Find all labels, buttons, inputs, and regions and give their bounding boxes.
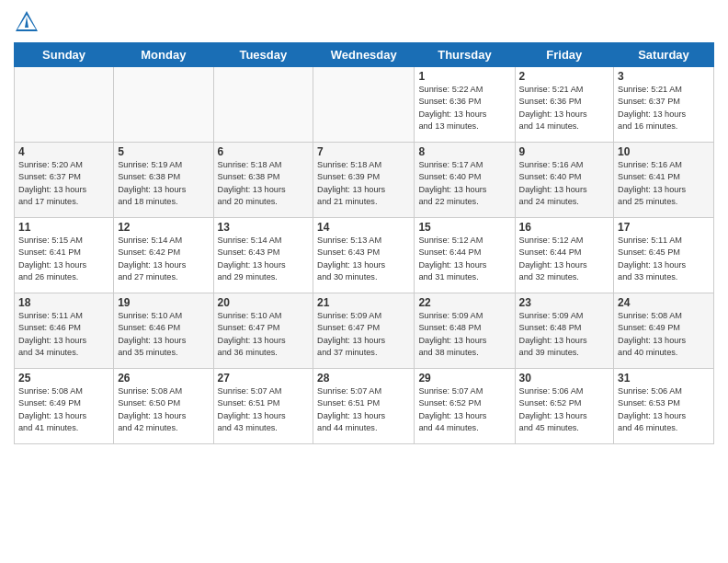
calendar-cell bbox=[114, 67, 213, 143]
day-number: 22 bbox=[418, 296, 510, 309]
day-header-saturday: Saturday bbox=[614, 43, 714, 67]
day-number: 21 bbox=[317, 296, 410, 309]
calendar-cell: 6Sunrise: 5:18 AM Sunset: 6:38 PM Daylig… bbox=[213, 143, 313, 218]
calendar-cell: 11Sunrise: 5:15 AM Sunset: 6:41 PM Dayli… bbox=[15, 218, 114, 293]
calendar-cell: 22Sunrise: 5:09 AM Sunset: 6:48 PM Dayli… bbox=[415, 293, 515, 369]
calendar-cell bbox=[213, 67, 313, 143]
calendar-cell: 12Sunrise: 5:14 AM Sunset: 6:42 PM Dayli… bbox=[114, 218, 213, 293]
day-header-wednesday: Wednesday bbox=[313, 43, 415, 67]
day-header-friday: Friday bbox=[515, 43, 614, 67]
calendar-cell: 26Sunrise: 5:08 AM Sunset: 6:50 PM Dayli… bbox=[114, 369, 213, 444]
calendar-cell: 27Sunrise: 5:07 AM Sunset: 6:51 PM Dayli… bbox=[213, 369, 313, 444]
day-number: 16 bbox=[519, 221, 610, 234]
calendar-cell: 2Sunrise: 5:21 AM Sunset: 6:36 PM Daylig… bbox=[515, 67, 614, 143]
day-number: 5 bbox=[118, 145, 209, 158]
calendar-cell: 24Sunrise: 5:08 AM Sunset: 6:49 PM Dayli… bbox=[614, 293, 714, 369]
calendar-cell: 3Sunrise: 5:21 AM Sunset: 6:37 PM Daylig… bbox=[614, 67, 714, 143]
calendar-cell: 29Sunrise: 5:07 AM Sunset: 6:52 PM Dayli… bbox=[415, 369, 515, 444]
day-number: 17 bbox=[618, 221, 710, 234]
day-number: 2 bbox=[519, 70, 610, 83]
calendar-week-row: 25Sunrise: 5:08 AM Sunset: 6:49 PM Dayli… bbox=[15, 369, 714, 444]
page-container: SundayMondayTuesdayWednesdayThursdayFrid… bbox=[0, 0, 728, 454]
day-info: Sunrise: 5:21 AM Sunset: 6:36 PM Dayligh… bbox=[519, 84, 610, 132]
day-info: Sunrise: 5:11 AM Sunset: 6:45 PM Dayligh… bbox=[618, 235, 710, 283]
calendar-cell: 14Sunrise: 5:13 AM Sunset: 6:43 PM Dayli… bbox=[313, 218, 415, 293]
calendar-cell: 7Sunrise: 5:18 AM Sunset: 6:39 PM Daylig… bbox=[313, 143, 415, 218]
day-number: 27 bbox=[218, 372, 310, 385]
calendar-week-row: 18Sunrise: 5:11 AM Sunset: 6:46 PM Dayli… bbox=[15, 293, 714, 369]
day-number: 29 bbox=[418, 372, 510, 385]
day-number: 8 bbox=[418, 145, 510, 158]
calendar-cell: 23Sunrise: 5:09 AM Sunset: 6:48 PM Dayli… bbox=[515, 293, 614, 369]
calendar-cell: 30Sunrise: 5:06 AM Sunset: 6:52 PM Dayli… bbox=[515, 369, 614, 444]
calendar-cell: 17Sunrise: 5:11 AM Sunset: 6:45 PM Dayli… bbox=[614, 218, 714, 293]
day-number: 13 bbox=[218, 221, 310, 234]
day-number: 10 bbox=[618, 145, 710, 158]
day-number: 18 bbox=[18, 296, 109, 309]
day-info: Sunrise: 5:22 AM Sunset: 6:36 PM Dayligh… bbox=[418, 84, 510, 132]
calendar-cell: 16Sunrise: 5:12 AM Sunset: 6:44 PM Dayli… bbox=[515, 218, 614, 293]
day-number: 6 bbox=[218, 145, 310, 158]
day-number: 25 bbox=[18, 372, 109, 385]
day-info: Sunrise: 5:21 AM Sunset: 6:37 PM Dayligh… bbox=[618, 84, 710, 132]
day-info: Sunrise: 5:06 AM Sunset: 6:52 PM Dayligh… bbox=[519, 385, 610, 434]
day-info: Sunrise: 5:07 AM Sunset: 6:51 PM Dayligh… bbox=[317, 385, 410, 434]
calendar-cell: 4Sunrise: 5:20 AM Sunset: 6:37 PM Daylig… bbox=[15, 143, 114, 218]
calendar-header-row: SundayMondayTuesdayWednesdayThursdayFrid… bbox=[15, 43, 714, 67]
day-info: Sunrise: 5:16 AM Sunset: 6:41 PM Dayligh… bbox=[618, 159, 710, 208]
day-info: Sunrise: 5:08 AM Sunset: 6:49 PM Dayligh… bbox=[18, 385, 109, 434]
day-info: Sunrise: 5:09 AM Sunset: 6:48 PM Dayligh… bbox=[418, 310, 510, 359]
day-number: 7 bbox=[317, 145, 410, 158]
day-number: 11 bbox=[18, 221, 109, 234]
day-info: Sunrise: 5:10 AM Sunset: 6:47 PM Dayligh… bbox=[218, 310, 310, 359]
calendar-cell: 21Sunrise: 5:09 AM Sunset: 6:47 PM Dayli… bbox=[313, 293, 415, 369]
day-number: 9 bbox=[519, 145, 610, 158]
day-number: 31 bbox=[618, 372, 710, 385]
logo-icon bbox=[14, 9, 40, 35]
day-header-monday: Monday bbox=[114, 43, 213, 67]
day-info: Sunrise: 5:14 AM Sunset: 6:43 PM Dayligh… bbox=[218, 235, 310, 283]
calendar-cell: 31Sunrise: 5:06 AM Sunset: 6:53 PM Dayli… bbox=[614, 369, 714, 444]
day-number: 3 bbox=[618, 70, 710, 83]
calendar-cell: 5Sunrise: 5:19 AM Sunset: 6:38 PM Daylig… bbox=[114, 143, 213, 218]
day-number: 26 bbox=[118, 372, 209, 385]
day-info: Sunrise: 5:08 AM Sunset: 6:49 PM Dayligh… bbox=[618, 310, 710, 359]
day-info: Sunrise: 5:09 AM Sunset: 6:48 PM Dayligh… bbox=[519, 310, 610, 359]
day-number: 4 bbox=[18, 145, 109, 158]
calendar-cell bbox=[15, 67, 114, 143]
day-header-thursday: Thursday bbox=[415, 43, 515, 67]
day-number: 12 bbox=[118, 221, 209, 234]
calendar-cell: 25Sunrise: 5:08 AM Sunset: 6:49 PM Dayli… bbox=[15, 369, 114, 444]
day-header-tuesday: Tuesday bbox=[213, 43, 313, 67]
day-number: 24 bbox=[618, 296, 710, 309]
day-info: Sunrise: 5:12 AM Sunset: 6:44 PM Dayligh… bbox=[519, 235, 610, 283]
calendar-cell: 15Sunrise: 5:12 AM Sunset: 6:44 PM Dayli… bbox=[415, 218, 515, 293]
calendar-cell: 1Sunrise: 5:22 AM Sunset: 6:36 PM Daylig… bbox=[415, 67, 515, 143]
calendar-week-row: 4Sunrise: 5:20 AM Sunset: 6:37 PM Daylig… bbox=[15, 143, 714, 218]
day-info: Sunrise: 5:11 AM Sunset: 6:46 PM Dayligh… bbox=[18, 310, 109, 359]
day-header-sunday: Sunday bbox=[15, 43, 114, 67]
calendar-cell: 10Sunrise: 5:16 AM Sunset: 6:41 PM Dayli… bbox=[614, 143, 714, 218]
calendar-table: SundayMondayTuesdayWednesdayThursdayFrid… bbox=[14, 42, 714, 444]
calendar-week-row: 1Sunrise: 5:22 AM Sunset: 6:36 PM Daylig… bbox=[15, 67, 714, 143]
day-info: Sunrise: 5:06 AM Sunset: 6:53 PM Dayligh… bbox=[618, 385, 710, 434]
day-info: Sunrise: 5:14 AM Sunset: 6:42 PM Dayligh… bbox=[118, 235, 209, 283]
day-info: Sunrise: 5:08 AM Sunset: 6:50 PM Dayligh… bbox=[118, 385, 209, 434]
logo bbox=[14, 9, 43, 35]
calendar-cell: 9Sunrise: 5:16 AM Sunset: 6:40 PM Daylig… bbox=[515, 143, 614, 218]
day-number: 15 bbox=[418, 221, 510, 234]
calendar-week-row: 11Sunrise: 5:15 AM Sunset: 6:41 PM Dayli… bbox=[15, 218, 714, 293]
day-info: Sunrise: 5:17 AM Sunset: 6:40 PM Dayligh… bbox=[418, 159, 510, 208]
day-number: 20 bbox=[218, 296, 310, 309]
day-info: Sunrise: 5:19 AM Sunset: 6:38 PM Dayligh… bbox=[118, 159, 209, 208]
day-info: Sunrise: 5:18 AM Sunset: 6:39 PM Dayligh… bbox=[317, 159, 410, 208]
calendar-cell: 19Sunrise: 5:10 AM Sunset: 6:46 PM Dayli… bbox=[114, 293, 213, 369]
day-number: 23 bbox=[519, 296, 610, 309]
page-header bbox=[14, 9, 714, 35]
day-info: Sunrise: 5:20 AM Sunset: 6:37 PM Dayligh… bbox=[18, 159, 109, 208]
calendar-cell bbox=[313, 67, 415, 143]
day-info: Sunrise: 5:15 AM Sunset: 6:41 PM Dayligh… bbox=[18, 235, 109, 283]
day-info: Sunrise: 5:12 AM Sunset: 6:44 PM Dayligh… bbox=[418, 235, 510, 283]
day-info: Sunrise: 5:13 AM Sunset: 6:43 PM Dayligh… bbox=[317, 235, 410, 283]
calendar-cell: 28Sunrise: 5:07 AM Sunset: 6:51 PM Dayli… bbox=[313, 369, 415, 444]
